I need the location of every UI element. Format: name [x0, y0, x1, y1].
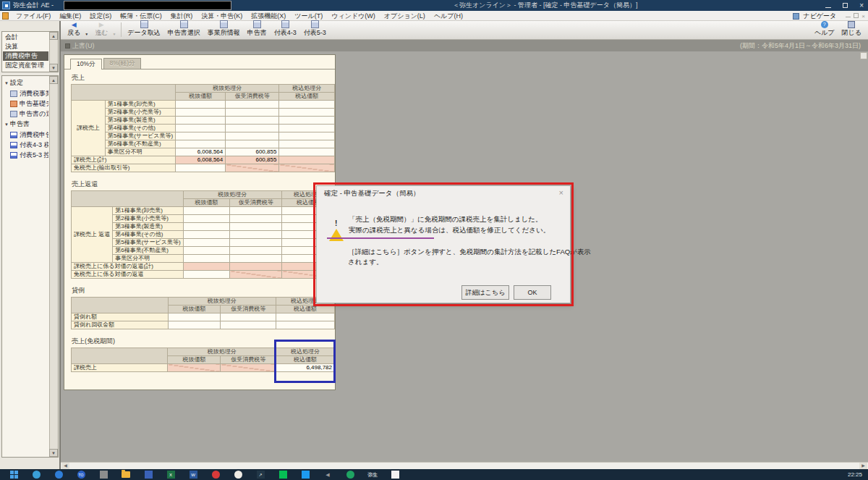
- close-icon[interactable]: ×: [859, 2, 864, 9]
- details-button[interactable]: 詳細はこちら: [461, 285, 509, 300]
- table-cell[interactable]: [221, 321, 276, 329]
- table-cell[interactable]: [168, 321, 221, 329]
- scroll-up-icon[interactable]: ▲: [49, 32, 58, 40]
- tree-item-申告書の選[interactable]: 申告書の選: [3, 109, 48, 119]
- mdi-close-icon[interactable]: ×: [861, 13, 865, 20]
- printer-icon[interactable]: [95, 470, 111, 479]
- blue-app-icon[interactable]: [297, 470, 313, 479]
- menu-item[interactable]: 拡張機能(X): [247, 12, 290, 20]
- table-cell[interactable]: [230, 247, 282, 255]
- table-cell[interactable]: [226, 132, 279, 140]
- menu-item[interactable]: ウィンドウ(W): [327, 12, 380, 20]
- scroll-right-icon[interactable]: ▶: [859, 463, 867, 469]
- table-cell[interactable]: [183, 223, 230, 231]
- table-cell[interactable]: [176, 109, 226, 117]
- table-cell[interactable]: [279, 148, 335, 156]
- to-app-icon[interactable]: TO: [73, 470, 89, 479]
- yayoi-icon[interactable]: 弥生: [365, 470, 380, 479]
- tree-scrollbar[interactable]: ▲ ▼: [49, 76, 58, 457]
- launcher-arrow-icon[interactable]: ↗: [252, 470, 268, 479]
- table-cell[interactable]: [226, 117, 279, 125]
- table-cell[interactable]: 600,855: [226, 148, 279, 156]
- white-doc-icon[interactable]: [387, 470, 403, 479]
- menu-item[interactable]: オプション(L): [380, 12, 430, 20]
- mdi-restore-icon[interactable]: [854, 13, 859, 18]
- chrome-profile-icon[interactable]: [230, 470, 246, 479]
- menu-item[interactable]: ヘルプ(H): [430, 12, 467, 20]
- table-cell[interactable]: [176, 140, 226, 148]
- edge-icon[interactable]: [51, 470, 67, 479]
- table-cell[interactable]: [183, 207, 230, 215]
- toolbar-button-付表5-3[interactable]: 付表5-3: [300, 21, 330, 38]
- tree-item-申告基礎デ[interactable]: 申告基礎デ: [3, 98, 48, 109]
- table-cell[interactable]: [183, 247, 230, 255]
- sidebar-module-固定資産管理[interactable]: 固定資産管理: [3, 61, 48, 70]
- start-icon[interactable]: [6, 470, 22, 479]
- gray-arrow-icon[interactable]: ◀: [320, 470, 336, 479]
- toolbar-button-申告書選択[interactable]: 申告書選択: [164, 21, 204, 38]
- menu-item[interactable]: ファイル(F): [12, 12, 55, 20]
- table-cell[interactable]: [226, 109, 279, 117]
- sidebar-module-決算[interactable]: 決算: [3, 42, 48, 51]
- table-cell[interactable]: [183, 239, 230, 247]
- menu-item[interactable]: 帳簿・伝票(C): [116, 12, 166, 20]
- close-window-button[interactable]: 閉じる: [838, 21, 865, 38]
- navigator-button[interactable]: ナビゲータ: [803, 12, 836, 21]
- table-cell[interactable]: [279, 109, 335, 117]
- table-cell[interactable]: [183, 215, 230, 223]
- module-scrollbar[interactable]: ▲ ▼: [49, 32, 58, 72]
- toolbar-button-データ取込[interactable]: データ取込: [124, 21, 163, 38]
- table-cell[interactable]: [176, 117, 226, 125]
- browser-globe-icon[interactable]: [28, 470, 44, 479]
- tree-item-消費税申告[interactable]: 消費税申告: [3, 130, 48, 140]
- table-cell[interactable]: [226, 101, 279, 109]
- table-cell[interactable]: [279, 140, 335, 148]
- table-cell[interactable]: [230, 255, 282, 263]
- table-cell[interactable]: [276, 313, 335, 321]
- table-cell[interactable]: [226, 140, 279, 148]
- app-grid-icon[interactable]: [140, 470, 156, 479]
- menu-item[interactable]: 編集(E): [55, 12, 85, 20]
- navigator-icon[interactable]: [793, 13, 799, 20]
- mdi-minimize-icon[interactable]: [846, 17, 851, 17]
- toolbar-button-付表4-3[interactable]: 付表4-3: [271, 21, 300, 38]
- scroll-up-icon[interactable]: ▲: [49, 76, 58, 84]
- explorer-folder-icon[interactable]: [118, 470, 134, 479]
- word-icon[interactable]: W: [185, 470, 201, 479]
- table-cell[interactable]: [176, 164, 226, 172]
- scroll-down-icon[interactable]: ▼: [49, 449, 58, 457]
- excel-icon[interactable]: X: [163, 470, 179, 479]
- menu-item[interactable]: 決算・申告(K): [197, 12, 247, 20]
- help-button[interactable]: ? ヘルプ: [811, 21, 838, 38]
- table-cell[interactable]: [230, 215, 282, 223]
- tab-8%(軽)分[interactable]: 8%(軽)分: [103, 58, 142, 69]
- table-cell[interactable]: 6,498,782: [276, 364, 335, 372]
- table-cell[interactable]: [221, 313, 276, 321]
- table-cell[interactable]: [226, 125, 279, 132]
- table-cell[interactable]: [279, 125, 335, 132]
- table-cell[interactable]: [230, 223, 282, 231]
- table-cell[interactable]: 6,008,564: [176, 148, 226, 156]
- table-cell[interactable]: [183, 255, 230, 263]
- ok-button[interactable]: OK: [514, 285, 551, 300]
- tree-item-付表5-3 控[interactable]: 付表5-3 控: [3, 150, 48, 160]
- toolbar-button-事業所情報[interactable]: 事業所情報: [204, 21, 244, 38]
- sidebar-module-消費税申告[interactable]: 消費税申告: [3, 51, 48, 61]
- maximize-icon[interactable]: [843, 3, 848, 8]
- table-cell[interactable]: [176, 132, 226, 140]
- table-cell[interactable]: [176, 125, 226, 132]
- table-cell[interactable]: [230, 207, 282, 215]
- tree-item-消費税事業[interactable]: 消費税事業: [3, 88, 48, 98]
- horizontal-scrollbar[interactable]: ◀ ▶: [61, 462, 868, 469]
- menu-item[interactable]: 設定(S): [85, 12, 116, 20]
- back-button[interactable]: ◀ 戻る: [64, 21, 84, 38]
- dialog-close-icon[interactable]: ×: [559, 189, 563, 197]
- sidebar-module-会計[interactable]: 会計: [3, 33, 48, 42]
- tab-10%分[interactable]: 10%分: [70, 59, 102, 70]
- table-cell[interactable]: [176, 101, 226, 109]
- menu-item[interactable]: ツール(T): [290, 12, 327, 20]
- red-app-icon[interactable]: [208, 470, 224, 479]
- table-cell[interactable]: [279, 117, 335, 125]
- table-cell[interactable]: [230, 231, 282, 239]
- table-cell[interactable]: [183, 271, 230, 279]
